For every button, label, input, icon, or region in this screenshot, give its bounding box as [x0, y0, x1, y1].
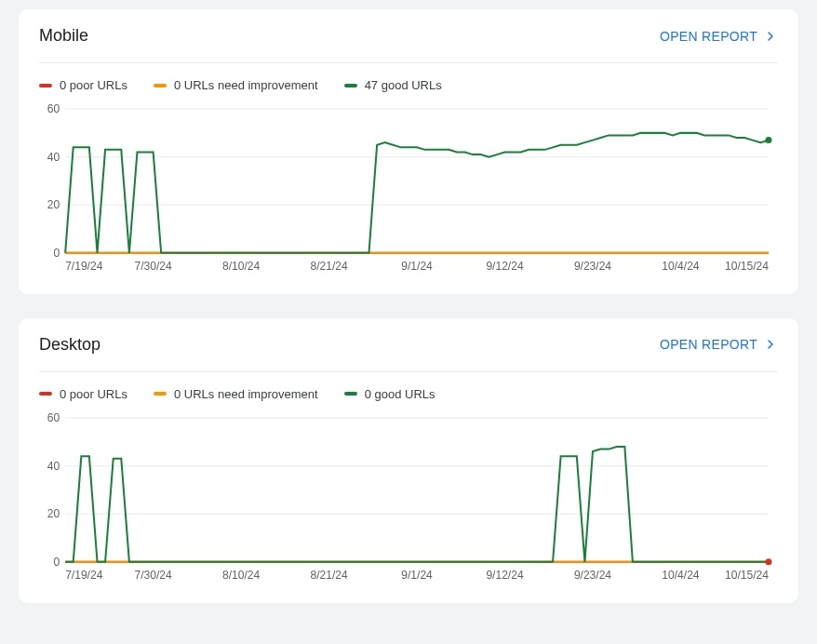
swatch-improve [154, 84, 167, 87]
chart: 02040607/19/247/30/248/10/248/21/249/1/2… [39, 100, 778, 277]
svg-text:7/30/24: 7/30/24 [135, 569, 172, 582]
chart: 02040607/19/247/30/248/10/248/21/249/1/2… [39, 409, 778, 586]
svg-text:9/1/24: 9/1/24 [401, 260, 433, 273]
svg-text:7/19/24: 7/19/24 [65, 260, 102, 273]
legend: 0 poor URLs 0 URLs need improvement 47 g… [39, 63, 778, 100]
svg-text:9/12/24: 9/12/24 [486, 569, 523, 582]
card-title: Mobile [39, 26, 88, 46]
legend-label: 0 good URLs [365, 387, 435, 401]
open-report-button[interactable]: OPEN REPORT [660, 29, 778, 44]
svg-text:60: 60 [47, 411, 60, 424]
svg-text:20: 20 [47, 198, 60, 211]
svg-text:8/10/24: 8/10/24 [222, 260, 260, 273]
series-good [65, 447, 769, 562]
legend-item-poor: 0 poor URLs [39, 78, 127, 92]
swatch-poor [39, 84, 52, 87]
legend-label: 0 URLs need improvement [174, 78, 318, 92]
svg-text:20: 20 [47, 507, 60, 520]
open-report-label: OPEN REPORT [660, 29, 757, 44]
swatch-poor [39, 392, 52, 396]
legend-label: 0 poor URLs [60, 78, 127, 92]
svg-text:10/4/24: 10/4/24 [662, 260, 699, 273]
legend-label: 47 good URLs [365, 78, 442, 92]
svg-text:0: 0 [53, 247, 60, 260]
svg-text:8/21/24: 8/21/24 [310, 569, 347, 582]
svg-text:60: 60 [47, 102, 60, 115]
legend-item-good: 47 good URLs [344, 78, 442, 92]
svg-text:8/21/24: 8/21/24 [310, 260, 347, 273]
card-header: Desktop OPEN REPORT [39, 335, 778, 372]
page: Mobile OPEN REPORT 0 poor URLs 0 URLs ne… [0, 0, 817, 622]
card-title: Desktop [39, 335, 100, 355]
swatch-good [344, 392, 357, 396]
legend: 0 poor URLs 0 URLs need improvement 0 go… [39, 372, 778, 409]
legend-item-improve: 0 URLs need improvement [154, 78, 318, 92]
card-header: Mobile OPEN REPORT [39, 26, 778, 63]
legend-item-poor: 0 poor URLs [39, 387, 127, 401]
card-mobile: Mobile OPEN REPORT 0 poor URLs 0 URLs ne… [19, 9, 798, 294]
card-desktop: Desktop OPEN REPORT 0 poor URLs 0 URLs n… [19, 318, 798, 603]
legend-label: 0 poor URLs [60, 387, 127, 401]
svg-text:7/19/24: 7/19/24 [65, 569, 102, 582]
chevron-right-icon [763, 337, 778, 352]
svg-text:40: 40 [47, 151, 60, 164]
legend-item-improve: 0 URLs need improvement [154, 387, 318, 401]
chevron-right-icon [763, 29, 778, 44]
svg-text:9/23/24: 9/23/24 [574, 260, 611, 273]
svg-text:10/4/24: 10/4/24 [662, 569, 699, 582]
svg-text:8/10/24: 8/10/24 [222, 569, 260, 582]
svg-text:10/15/24: 10/15/24 [725, 260, 769, 273]
open-report-button[interactable]: OPEN REPORT [660, 337, 778, 352]
svg-text:9/1/24: 9/1/24 [401, 569, 433, 582]
legend-item-good: 0 good URLs [344, 387, 435, 401]
svg-text:40: 40 [47, 460, 60, 473]
end-marker [765, 558, 771, 565]
line-chart: 02040607/19/247/30/248/10/248/21/249/1/2… [39, 409, 778, 586]
line-chart: 02040607/19/247/30/248/10/248/21/249/1/2… [39, 100, 778, 277]
swatch-good [344, 84, 357, 87]
svg-text:10/15/24: 10/15/24 [725, 569, 769, 582]
svg-text:7/30/24: 7/30/24 [135, 260, 172, 273]
open-report-label: OPEN REPORT [660, 337, 757, 352]
swatch-improve [154, 392, 167, 396]
series-good [65, 133, 769, 253]
svg-text:9/12/24: 9/12/24 [486, 260, 523, 273]
end-marker [765, 137, 771, 143]
legend-label: 0 URLs need improvement [174, 387, 318, 401]
svg-text:0: 0 [53, 556, 60, 569]
svg-text:9/23/24: 9/23/24 [574, 569, 611, 582]
